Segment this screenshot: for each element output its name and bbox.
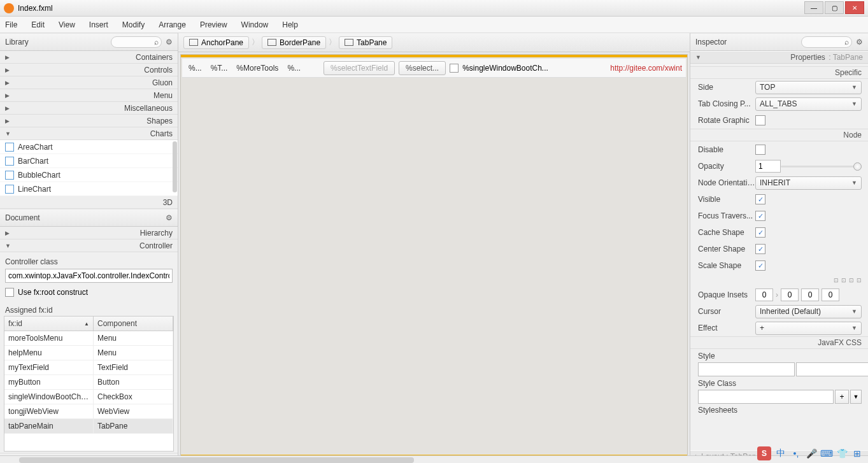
category-containers[interactable]: ▶Containers	[0, 51, 178, 64]
breadcrumb-borderpane[interactable]: BorderPane	[262, 36, 326, 49]
menu-modify[interactable]: Modify	[122, 20, 145, 29]
breadcrumb: AnchorPane 〉 BorderPane 〉 TabPane	[178, 33, 690, 52]
fxroot-checkbox[interactable]	[5, 288, 14, 297]
mic-icon[interactable]: 🎤	[806, 448, 817, 459]
table-row-selected[interactable]: tabPaneMainTabPane	[4, 419, 173, 434]
list-item-linechart[interactable]: LineChart	[0, 182, 178, 196]
rotate-checkbox[interactable]	[755, 115, 765, 125]
visible-checkbox[interactable]: ✓	[755, 194, 765, 204]
menu-help[interactable]: Help	[282, 20, 298, 29]
scrollbar-thumb[interactable]	[19, 457, 414, 463]
list-item-bubblechart[interactable]: BubbleChart	[0, 168, 178, 182]
list-item-barchart[interactable]: BarChart	[0, 154, 178, 168]
inspector-search[interactable]: ⌕	[801, 36, 852, 48]
menu-window[interactable]: Window	[241, 20, 269, 29]
opacity-input[interactable]	[755, 160, 781, 173]
th-fxid[interactable]: fx:id▲	[4, 317, 94, 331]
inset-left[interactable]	[822, 288, 839, 301]
cache-checkbox[interactable]: ✓	[755, 227, 765, 238]
preview-menu[interactable]: %...	[285, 64, 303, 73]
tray-icon[interactable]: •,	[790, 448, 802, 459]
design-canvas[interactable]: %... %T... %MoreTools %... %selectTextFi…	[180, 54, 688, 461]
menu-insert[interactable]: Insert	[89, 20, 108, 29]
dropdown-button[interactable]: ▼	[850, 390, 862, 404]
th-component[interactable]: Component	[94, 317, 173, 331]
controller-class-input[interactable]	[5, 269, 173, 283]
chevron-down-icon: ▼	[5, 131, 11, 137]
inset-right[interactable]	[781, 288, 799, 301]
menu-preview[interactable]: Preview	[200, 20, 227, 29]
style-val-input[interactable]	[796, 362, 868, 376]
link-url[interactable]: http://gitee.com/xwint	[610, 64, 682, 73]
scale-checkbox[interactable]: ✓	[755, 260, 765, 271]
category-miscellaneous[interactable]: ▶Miscellaneous	[0, 102, 178, 115]
category-controls[interactable]: ▶Controls	[0, 64, 178, 76]
table-row[interactable]: singleWindowBootChec...CheckBox	[4, 390, 173, 404]
chevron-down-icon: ▼	[851, 325, 857, 331]
singlewindow-checkbox[interactable]	[450, 64, 459, 73]
container-icon	[189, 39, 198, 46]
chevron-right-icon: ▶	[5, 54, 10, 61]
focus-checkbox[interactable]: ✓	[755, 211, 765, 221]
breadcrumb-tabpane[interactable]: TabPane	[339, 36, 392, 49]
shirt-icon[interactable]: 👕	[836, 448, 848, 459]
prop-label: Opaque Insets	[698, 290, 755, 299]
tabclosing-combo[interactable]: ALL_TABS▼	[755, 97, 862, 111]
properties-section[interactable]: ▼ Properties : TabPane	[690, 51, 868, 64]
cursor-combo[interactable]: Inherited (Default)▼	[755, 305, 862, 318]
menu-file[interactable]: File	[5, 20, 17, 29]
gear-icon[interactable]: ⚙	[856, 38, 863, 46]
select-textfield-button[interactable]: %selectTextField	[324, 61, 395, 75]
disable-checkbox[interactable]	[755, 145, 765, 155]
gear-icon[interactable]: ⚙	[166, 214, 173, 222]
category-charts[interactable]: ▼Charts	[0, 127, 178, 140]
style-key-input[interactable]	[698, 362, 795, 376]
properties-body: Specific SideTOP▼ Tab Closing P...ALL_TA…	[690, 64, 868, 450]
table-row[interactable]: helpMenuMenu	[4, 346, 173, 360]
scrollbar-thumb[interactable]	[173, 141, 177, 192]
side-combo[interactable]: TOP▼	[755, 81, 862, 94]
preview-menu[interactable]: %T...	[208, 64, 231, 73]
styleclass-input[interactable]	[698, 390, 834, 404]
menu-arrange[interactable]: Arrange	[159, 20, 186, 29]
category-shapes[interactable]: ▶Shapes	[0, 115, 178, 127]
table-row[interactable]: myTextFieldTextField	[4, 360, 173, 375]
inset-top[interactable]	[755, 288, 773, 301]
menu-edit[interactable]: Edit	[31, 20, 45, 29]
tray-icon[interactable]: 中	[775, 448, 786, 459]
minimize-button[interactable]: —	[804, 1, 823, 14]
add-button[interactable]: +	[835, 390, 849, 404]
inset-bottom[interactable]	[801, 288, 819, 301]
table-row[interactable]: moreToolsMenuMenu	[4, 331, 173, 346]
library-search[interactable]: ⌕	[111, 36, 162, 48]
orientation-combo[interactable]: INHERIT▼	[755, 176, 862, 190]
close-button[interactable]: ✕	[845, 1, 864, 14]
effect-combo[interactable]: +▼	[755, 322, 862, 335]
table-row[interactable]: tongjiWebViewWebView	[4, 404, 173, 419]
select-button[interactable]: %select...	[399, 61, 446, 75]
grid-icon[interactable]: ⊞	[851, 448, 863, 459]
menu-view[interactable]: View	[59, 20, 75, 29]
link-icon[interactable]: ⊡	[849, 277, 854, 283]
category-3d[interactable]: 3D	[0, 196, 178, 209]
preview-menu[interactable]: %...	[186, 64, 204, 73]
opacity-slider[interactable]	[781, 161, 862, 171]
keyboard-icon[interactable]: ⌨	[821, 448, 832, 459]
preview-menu[interactable]: %MoreTools	[234, 64, 281, 73]
link-icon[interactable]: ⊡	[857, 277, 862, 283]
tab-controller[interactable]: ▼Controller	[0, 239, 178, 252]
category-gluon[interactable]: ▶Gluon	[0, 76, 178, 89]
chevron-down-icon: ▼	[695, 54, 701, 61]
ime-icon[interactable]: S	[757, 446, 771, 460]
link-icon[interactable]: ⊡	[834, 277, 839, 283]
maximize-button[interactable]: ▢	[825, 1, 844, 14]
gear-icon[interactable]: ⚙	[166, 38, 173, 46]
tab-hierarchy[interactable]: ▶Hierarchy	[0, 227, 178, 239]
category-menu[interactable]: ▶Menu	[0, 89, 178, 102]
table-row[interactable]: myButtonButton	[4, 375, 173, 390]
list-item-areachart[interactable]: AreaChart	[0, 140, 178, 154]
horizontal-scrollbar[interactable]	[0, 455, 868, 463]
link-icon[interactable]: ⊡	[841, 277, 846, 283]
center-checkbox[interactable]: ✓	[755, 244, 765, 254]
breadcrumb-anchorpane[interactable]: AnchorPane	[183, 36, 249, 49]
